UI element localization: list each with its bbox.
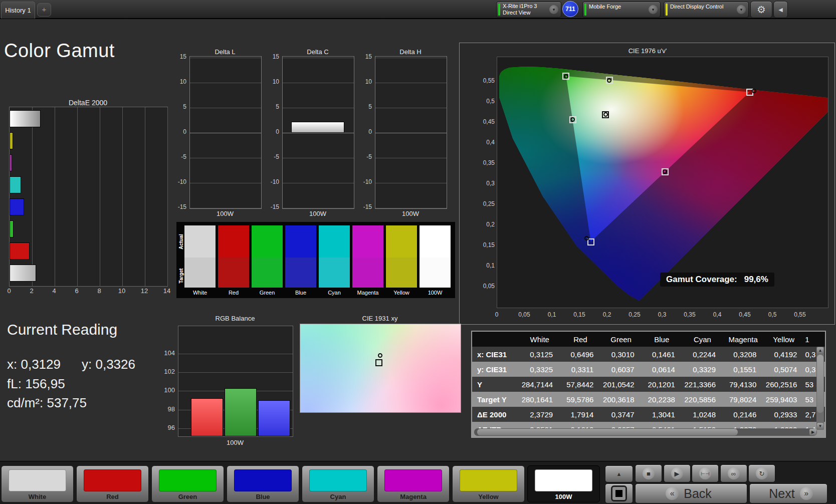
- delta_c-plot: [282, 56, 354, 209]
- back-button[interactable]: « Back: [635, 483, 747, 503]
- rgb-balance-title: RGB Balance: [178, 315, 292, 322]
- column-header: White: [519, 335, 560, 344]
- cell: 79,4130: [723, 380, 763, 389]
- pattern-button-100w[interactable]: 100W: [527, 465, 600, 502]
- source-status-bar: [584, 4, 586, 16]
- play-button[interactable]: ▶: [664, 464, 691, 482]
- actual-swatch-100w: [420, 225, 451, 258]
- pattern-button-blue[interactable]: Blue: [227, 465, 299, 502]
- pattern-button-yellow[interactable]: Yellow: [452, 465, 525, 502]
- scroll-thumb[interactable]: [817, 355, 823, 413]
- x-tick: 0,4: [709, 311, 726, 318]
- gridline: [283, 183, 354, 183]
- pattern-window-button[interactable]: [605, 483, 633, 503]
- cie1931-target-marker: [375, 359, 382, 366]
- loop-button[interactable]: ∞: [720, 464, 747, 482]
- x-tick: 0,55: [791, 311, 808, 318]
- y-tick: 96: [157, 424, 175, 431]
- scroll-down-icon[interactable]: ▼: [817, 423, 823, 429]
- rgb-balance-x-label: 100W: [178, 439, 292, 446]
- gridline: [167, 107, 168, 286]
- y-tick: -15: [169, 203, 186, 210]
- refresh-button[interactable]: ↻: [748, 464, 775, 482]
- deltae-bar-yellow: [10, 132, 13, 149]
- pattern-button-cyan[interactable]: Cyan: [302, 465, 374, 502]
- source-dropdown[interactable]: Mobile Forge ▼: [582, 2, 661, 18]
- rgb-balance-plot: [178, 326, 293, 437]
- target-swatch-yellow: [386, 258, 417, 288]
- gridline: [55, 107, 55, 286]
- y-tick: 100: [157, 386, 175, 394]
- x-tick: 0,45: [736, 311, 753, 318]
- stop-icon: ■: [643, 467, 655, 479]
- back-label: Back: [684, 486, 712, 501]
- y-tick: 0,05: [474, 283, 495, 290]
- step-button[interactable]: ⊢⊣: [692, 464, 719, 482]
- cell: 57,8442: [560, 380, 600, 389]
- y-tick: 0: [262, 128, 279, 135]
- cell: 1,3041: [642, 410, 682, 419]
- pattern-swatch: [384, 469, 442, 491]
- pattern-button-green[interactable]: Green: [151, 465, 224, 502]
- cell: 0,0614: [642, 365, 682, 374]
- delta_h-x-label: 100W: [375, 210, 446, 217]
- cell: 280,1641: [519, 395, 560, 404]
- y-tick: -15: [262, 203, 279, 210]
- pattern-button-white[interactable]: White: [1, 465, 74, 502]
- table-vertical-scrollbar[interactable]: ▲ ▼: [816, 347, 824, 430]
- y-tick: -15: [355, 203, 372, 210]
- next-button[interactable]: Next »: [749, 483, 827, 503]
- add-tab-button[interactable]: +: [37, 3, 51, 17]
- scroll-up-icon[interactable]: ▲: [817, 347, 823, 354]
- pattern-label: Magenta: [377, 493, 449, 500]
- pattern-window-up-button[interactable]: ▲: [605, 465, 633, 482]
- deltae-bar-white: [10, 265, 36, 282]
- deltae2000-plot: [9, 107, 168, 287]
- y-tick: 0,45: [474, 118, 495, 125]
- scroll-right-icon[interactable]: ▶: [809, 429, 816, 435]
- gridline: [283, 83, 354, 83]
- scroll-thumb[interactable]: [477, 429, 738, 435]
- gear-icon[interactable]: ⚙: [750, 1, 772, 18]
- column-header: Yellow: [763, 335, 804, 344]
- actual-swatch-red: [218, 225, 249, 258]
- pattern-button-magenta[interactable]: Magenta: [377, 465, 450, 502]
- x-tick: 10: [117, 287, 127, 295]
- row-label: x: CIE31: [472, 350, 519, 359]
- pattern-label: Cyan: [302, 493, 374, 500]
- y-tick: 5: [262, 103, 279, 110]
- back-chevron-icon: «: [666, 487, 679, 500]
- gridline: [375, 208, 447, 208]
- stop-button[interactable]: ■: [635, 464, 662, 482]
- meter-dropdown[interactable]: X-Rite i1Pro 3Direct View ▼: [496, 2, 561, 18]
- measurement-table: WhiteRedGreenBlueCyanMagentaYellow1x: CI…: [471, 331, 826, 438]
- gridline: [375, 133, 447, 133]
- cell: 0,5074: [763, 365, 804, 374]
- actual-target-strip: Actual Target WhiteRedGreenBlueCyanMagen…: [176, 222, 455, 298]
- reading-cdm2: cd/m²: 537,75: [7, 395, 87, 411]
- meter-count-badge[interactable]: 711: [562, 1, 578, 17]
- y-tick: 102: [157, 368, 175, 375]
- row-label: y: CIE31: [472, 365, 519, 374]
- rgb-bar-green: [225, 388, 257, 436]
- tab-history-1[interactable]: History 1: [1, 2, 35, 19]
- table-horizontal-scrollbar[interactable]: ▶: [474, 428, 817, 436]
- target-swatch-cyan: [319, 258, 350, 288]
- cell: 0,1461: [642, 350, 682, 359]
- y-tick: -10: [262, 178, 279, 185]
- rgb-bar-blue: [258, 400, 290, 436]
- y-tick: 0,35: [474, 159, 495, 166]
- cie1976-plot: [497, 57, 828, 308]
- collapse-panel-icon[interactable]: ◀: [773, 1, 788, 18]
- gridline: [283, 108, 354, 108]
- delta_h-title: Delta H: [375, 48, 446, 56]
- table-row: Target Y280,164159,5786200,361820,223822…: [472, 392, 825, 407]
- chevron-down-icon: ▼: [649, 5, 658, 14]
- cell: 0,6496: [560, 350, 600, 359]
- display-control-dropdown[interactable]: Direct Display Control ▼: [664, 2, 749, 18]
- gridline: [178, 372, 293, 373]
- table-row: Y284,714457,8442201,054220,1201221,33667…: [472, 377, 825, 392]
- column-header: Red: [560, 335, 600, 344]
- x-tick: 0,05: [516, 311, 533, 318]
- pattern-button-red[interactable]: Red: [76, 465, 149, 502]
